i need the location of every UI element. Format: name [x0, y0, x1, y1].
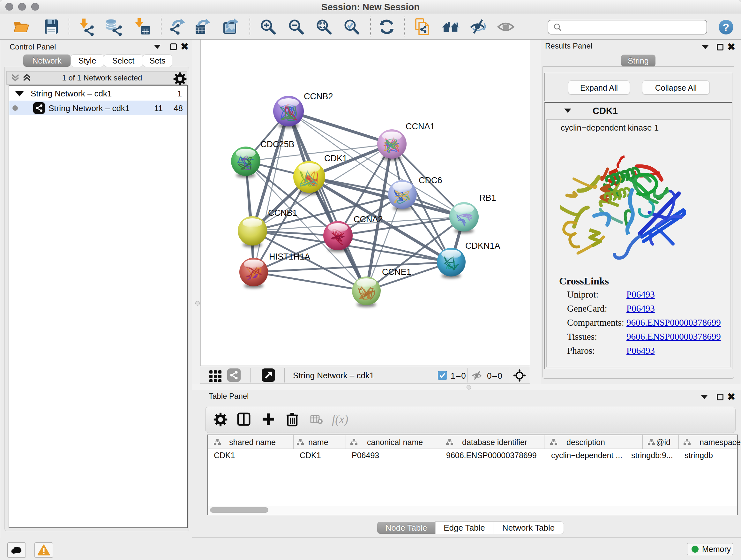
svg-text:HIST1H1A: HIST1H1A: [269, 252, 310, 261]
svg-text:CCNA2: CCNA2: [354, 214, 383, 224]
svg-text:CDC6: CDC6: [419, 176, 442, 185]
svg-text:RB1: RB1: [479, 193, 496, 203]
svg-text:CDK1: CDK1: [324, 153, 347, 163]
svg-text:CCNA1: CCNA1: [406, 122, 435, 131]
svg-text:CCNB2: CCNB2: [304, 91, 333, 101]
svg-text:CDKN1A: CDKN1A: [465, 241, 500, 251]
svg-text:CCNE1: CCNE1: [382, 267, 411, 277]
svg-text:CCNB1: CCNB1: [268, 208, 297, 218]
svg-text:CDC25B: CDC25B: [260, 139, 294, 149]
